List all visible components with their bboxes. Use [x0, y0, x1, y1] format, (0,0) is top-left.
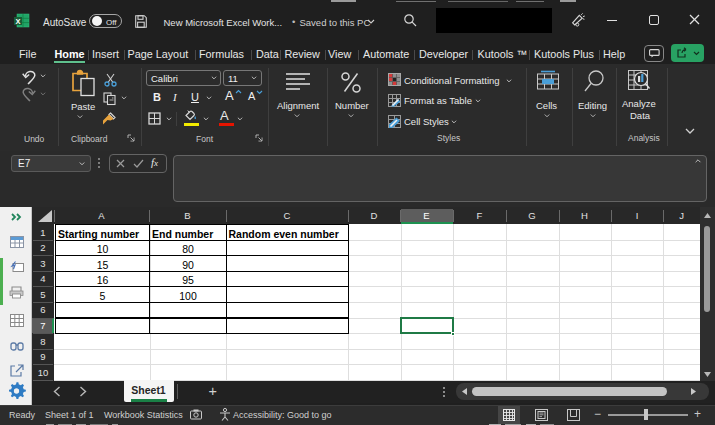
svg-text:X: X — [15, 17, 20, 26]
